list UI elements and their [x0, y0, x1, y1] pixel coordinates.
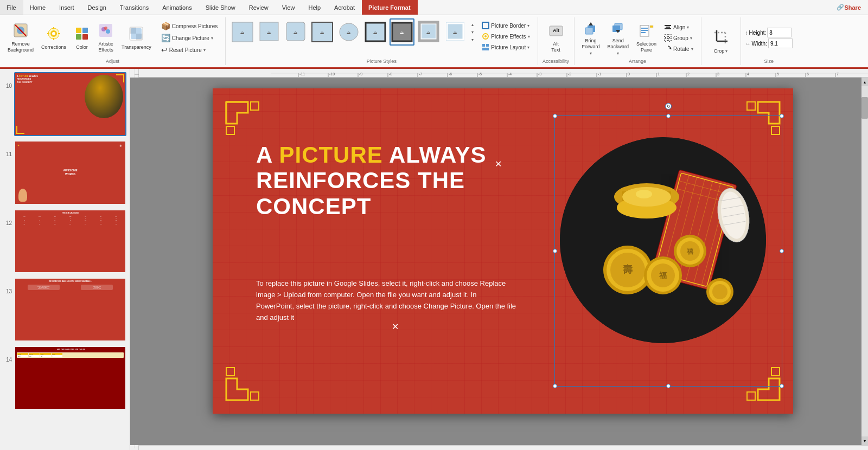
rotate-button[interactable]: Rotate ▾ [661, 44, 696, 54]
slide-thumb-12[interactable]: 12 THIS IS A CALENDAR SuMoTuWeThFrSa 123… [2, 208, 127, 274]
change-label: Change Picture [172, 35, 209, 41]
change-picture-button[interactable]: 🔄 Change Picture ▾ [158, 33, 221, 43]
ps9[interactable]: ⛰ [443, 18, 468, 46]
align-button[interactable]: Align ▾ [661, 22, 696, 32]
svg-text:-8: -8 [389, 72, 392, 76]
ps4[interactable]: ⛰ [310, 18, 335, 46]
picture-layout-icon [482, 43, 489, 51]
tab-pictureformat[interactable]: Picture Format [362, 0, 418, 15]
svg-text:-6: -6 [449, 72, 452, 76]
slide-thumb-14[interactable]: 14 ...AND THE SAME GOES FOR TABLES NAME … [2, 345, 127, 411]
alt-text-button[interactable]: Alt AltText [542, 22, 570, 55]
send-backward-button[interactable]: SendBackward ▾ [604, 18, 633, 57]
scroll-down[interactable]: ▾ [861, 436, 868, 445]
picture-effects-label: Picture Effects [491, 34, 526, 40]
slide-thumbnail-14[interactable]: ...AND THE SAME GOES FOR TABLES NAME VAL… [14, 346, 126, 410]
styles-scroll-up[interactable]: ▴ [469, 21, 476, 28]
styles-scroll-down[interactable]: ▾ [469, 28, 476, 36]
adjust-small-buttons: 📦 Compress Pictures 🔄 Change Picture ▾ ↩… [158, 21, 221, 55]
slide-thumbnail-13[interactable]: INFOGRAPHICS MAKE US BOTH UNDERSTANDABLE… [14, 278, 126, 342]
tab-view[interactable]: View [276, 0, 302, 15]
picture-border-icon [482, 22, 489, 29]
tab-design[interactable]: Design [81, 0, 113, 15]
group-button[interactable]: Group ▾ [661, 33, 696, 43]
compress-pictures-button[interactable]: 📦 Compress Pictures [158, 21, 221, 31]
tab-help[interactable]: Help [302, 0, 328, 15]
slide-thumbnail-10[interactable]: A PICTURE ALWAYSREINFORCESTHE CONCEPT [14, 72, 126, 136]
slide-panel[interactable]: 10 A PICTURE ALWAYSREINFORCESTHE CONCEPT [0, 69, 130, 450]
slide-thumbnail-11[interactable]: AWESOMEWORDS ❄ ✦ [14, 140, 126, 204]
tab-slideshow[interactable]: Slide Show [199, 0, 242, 15]
svg-rect-42 [482, 22, 489, 29]
svg-text:⛰: ⛰ [373, 30, 378, 35]
slide-thumb-11[interactable]: 11 AWESOMEWORDS ❄ ✦ [2, 139, 127, 205]
arrange-small-buttons: Align ▾ Group ▾ Rotate ▾ [661, 22, 696, 54]
tab-transitions[interactable]: Transitions [113, 0, 156, 15]
svg-text:3: 3 [717, 72, 719, 76]
ps1[interactable]: ⛰ [230, 18, 255, 46]
crop-group: Crop ▾ [701, 17, 741, 65]
slide-thumb-13[interactable]: 13 INFOGRAPHICS MAKE US BOTH UNDERSTANDA… [2, 277, 127, 343]
svg-point-165 [712, 284, 727, 299]
share-button[interactable]: 🔗 Share [830, 0, 868, 15]
transparency-button[interactable]: Transparency [118, 24, 155, 52]
marker-1: ✕ [495, 159, 502, 169]
svg-point-5 [52, 32, 55, 35]
size-content: ↕ Height: ↔ Width: [745, 18, 793, 57]
slide-canvas[interactable]: A PICTURE ALWAYS REINFORCES THE CONCEPT … [213, 88, 793, 414]
tab-animations[interactable]: Animations [156, 0, 199, 15]
svg-text:-3: -3 [538, 72, 541, 76]
svg-rect-61 [665, 25, 671, 26]
corrections-icon [46, 26, 61, 43]
alt-text-icon: Alt [548, 23, 564, 40]
slide-img-11: AWESOMEWORDS ❄ ✦ [15, 142, 125, 203]
picture-effects-button[interactable]: Picture Effects ▾ [478, 31, 533, 41]
tab-file[interactable]: File [0, 0, 23, 15]
slide-num-14: 14 [3, 357, 12, 363]
canvas-container: 5 [130, 78, 868, 445]
slide-canvas-wrapper[interactable]: A PICTURE ALWAYS REINFORCES THE CONCEPT … [130, 78, 861, 445]
slide-thumb-10[interactable]: 10 A PICTURE ALWAYSREINFORCESTHE CONCEPT [2, 71, 127, 137]
slide-thumbnail-12[interactable]: THIS IS A CALENDAR SuMoTuWeThFrSa 12345 … [14, 209, 126, 273]
slide-image-area[interactable]: 壽 福 [554, 115, 782, 387]
crop-button[interactable]: Crop ▾ [706, 26, 736, 56]
height-row: ↕ Height: [745, 28, 793, 37]
picture-border-button[interactable]: Picture Border ▾ [478, 21, 533, 30]
svg-text:⛰: ⛰ [293, 30, 298, 35]
ps5[interactable]: ⛰ [336, 18, 361, 46]
svg-text:Alt: Alt [553, 28, 559, 33]
tab-acrobat[interactable]: Acrobat [328, 0, 362, 15]
svg-rect-13 [82, 34, 88, 40]
width-input[interactable] [768, 38, 793, 48]
ps8[interactable]: ⛰ [416, 18, 441, 46]
corrections-button[interactable]: Corrections [38, 24, 69, 52]
tab-review[interactable]: Review [242, 0, 276, 15]
send-backward-label: SendBackward [608, 38, 629, 50]
styles-expand[interactable]: ▾ [469, 36, 476, 43]
remove-background-button[interactable]: RemoveBackground [4, 21, 37, 55]
compress-label: Compress Pictures [172, 23, 218, 29]
reset-picture-button[interactable]: ↩ Reset Picture ▾ [158, 44, 221, 55]
ps2[interactable]: ⛰ [257, 18, 282, 46]
width-label: Width: [752, 41, 767, 47]
bring-forward-button[interactable]: BringForward ▾ [579, 18, 603, 57]
picture-layout-button[interactable]: Picture Layout ▾ [478, 42, 533, 52]
vertical-scrollbar[interactable]: ▴ ▾ [861, 78, 868, 445]
bring-forward-icon [583, 20, 598, 37]
ps6[interactable]: ⛰ [363, 18, 388, 46]
width-row: ↔ Width: [745, 38, 793, 48]
artistic-effects-button[interactable]: ArtisticEffects [94, 21, 117, 55]
scroll-thumb[interactable] [861, 97, 868, 119]
color-button[interactable]: Color [71, 24, 93, 52]
slide-image-circle[interactable]: 壽 福 [560, 137, 766, 343]
height-input[interactable] [767, 28, 792, 37]
selection-pane-button[interactable]: SelectionPane [633, 22, 660, 55]
ps3[interactable]: ⛰ [283, 18, 308, 46]
ps7[interactable]: ⛰ [390, 18, 414, 46]
height-label: Height: [749, 30, 767, 36]
notes-bar[interactable]: Click to add notes [130, 445, 868, 450]
slide-num-13: 13 [3, 288, 12, 294]
tab-home[interactable]: Home [23, 0, 53, 15]
scroll-up[interactable]: ▴ [861, 78, 868, 86]
tab-insert[interactable]: Insert [53, 0, 81, 15]
